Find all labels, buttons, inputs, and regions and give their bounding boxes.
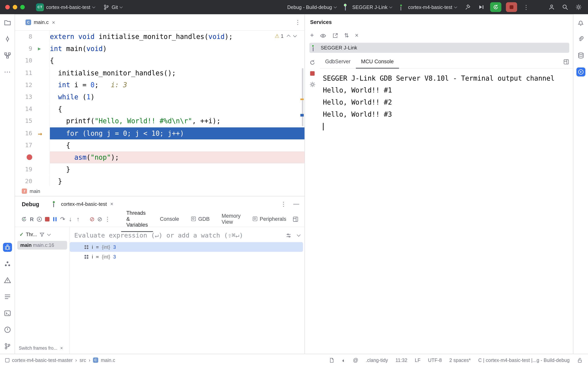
tab-gdbserver[interactable]: GdbServer — [320, 55, 356, 68]
git-tool-button[interactable] — [3, 342, 12, 351]
stop-debug-button[interactable] — [43, 214, 51, 224]
problems-tool-button[interactable] — [3, 276, 12, 285]
debug-tool-button[interactable] — [3, 243, 12, 252]
step-into-button[interactable]: ↓ — [66, 214, 74, 224]
gutter[interactable]: 11 — [15, 67, 50, 79]
stop-server-icon[interactable] — [310, 71, 315, 76]
file-status-button[interactable] — [329, 357, 334, 363]
status-widget[interactable]: .clang-tidy — [366, 357, 388, 363]
code-text[interactable]: { — [50, 139, 304, 151]
filter-icon[interactable] — [39, 232, 44, 237]
resume-button[interactable] — [36, 214, 43, 224]
eye-icon[interactable] — [320, 32, 326, 39]
code-text[interactable]: } — [50, 175, 304, 186]
close-banner-icon[interactable]: × — [60, 346, 63, 351]
status-widget[interactable]: 11:32 — [395, 357, 407, 363]
execution-stripe-mark[interactable] — [301, 114, 304, 116]
status-crumb-src[interactable]: src — [79, 357, 86, 363]
reader-mode-button[interactable]: ◐ — [342, 357, 345, 363]
status-widget[interactable]: 2 spaces* — [449, 357, 471, 363]
evaluate-expression-input[interactable]: Evaluate expression (↵) or add a watch (… — [70, 229, 304, 242]
editor-scrollbar[interactable] — [302, 68, 303, 126]
watch-row[interactable]: i={int}3 — [70, 242, 303, 252]
project-widget[interactable]: CT cortex-m4-basic-test — [33, 2, 98, 13]
mute-breakpoints-button[interactable]: ⊘ — [88, 214, 96, 224]
run-configuration-widget[interactable]: Debug - Build-debug — [284, 3, 339, 11]
close-window-button[interactable] — [5, 5, 10, 9]
code-line[interactable]: 17 { — [15, 139, 304, 151]
account-button[interactable] — [546, 2, 557, 12]
database-button[interactable] — [576, 51, 585, 60]
status-project[interactable]: cortex-m4-basic-test-master — [12, 357, 73, 363]
gutter[interactable]: 16→ — [15, 127, 50, 139]
code-text[interactable]: } — [50, 163, 304, 175]
code-line[interactable]: 11 initialise_monitor_handles(); — [15, 67, 304, 79]
layout-settings-button[interactable] — [292, 214, 299, 224]
code-line[interactable]: 16→ for (long j = 0; j < 10; j++) — [15, 127, 304, 139]
warning-stripe-mark[interactable] — [301, 99, 304, 100]
resume-program-button[interactable] — [476, 2, 487, 12]
code-line[interactable]: 14 { — [15, 103, 304, 115]
code-line[interactable]: 15 printf("Hello, World!! #%d\n\r", ++i)… — [15, 115, 304, 127]
debug-more-button[interactable]: ⋮ — [104, 214, 111, 224]
settings-button[interactable] — [573, 2, 584, 12]
refresh-icon[interactable] — [309, 60, 315, 66]
stack-frame-item[interactable]: main main.c:16 — [17, 241, 67, 250]
sort-icon[interactable]: ⇅ — [344, 32, 349, 39]
next-problem-icon[interactable] — [293, 33, 297, 37]
inspections-tool-button[interactable] — [3, 325, 12, 334]
threads-filter[interactable]: ✓ Thr... — [15, 229, 69, 239]
tab-memory-view[interactable]: Memory View — [217, 209, 246, 229]
maximize-window-button[interactable] — [20, 5, 25, 9]
code-editor[interactable]: 8extern void initialise_monitor_handles(… — [15, 31, 304, 186]
stop-button[interactable] — [506, 2, 517, 12]
pause-button[interactable] — [51, 214, 59, 224]
gutter[interactable]: 13 — [15, 91, 50, 103]
editor-tab-main-c[interactable]: C main.c × — [22, 17, 59, 28]
code-line[interactable]: 19 } — [15, 163, 304, 175]
gear-icon[interactable] — [309, 81, 316, 88]
rerun-debug-button[interactable] — [490, 2, 502, 12]
collapse-icon[interactable]: × — [355, 32, 358, 39]
gutter[interactable]: 8 — [15, 31, 50, 43]
services-tool-button[interactable] — [576, 67, 585, 76]
breakpoint-icon[interactable] — [27, 154, 32, 160]
build-button[interactable] — [462, 2, 473, 12]
search-everywhere-button[interactable] — [560, 2, 571, 12]
watch-options-icon[interactable] — [286, 232, 292, 238]
commit-tool-button[interactable] — [3, 34, 12, 43]
code-line[interactable]: 9▶int main(void) — [15, 43, 304, 55]
code-line[interactable]: 10{ — [15, 55, 304, 67]
close-tab-icon[interactable]: × — [52, 19, 55, 25]
run-gutter-icon[interactable]: ▶ — [32, 43, 50, 55]
notifications-button[interactable] — [576, 18, 585, 27]
step-over-button[interactable]: ↷ — [59, 214, 67, 224]
code-text[interactable]: printf("Hello, World!! #%d\n\r", ++i); — [50, 115, 304, 127]
code-text[interactable]: int i = 0; i: 3 — [50, 79, 304, 91]
code-line[interactable]: 12 int i = 0; i: 3 — [15, 79, 304, 91]
gutter[interactable] — [15, 151, 50, 163]
chevron-down-icon[interactable] — [47, 232, 51, 236]
close-session-icon[interactable]: × — [110, 201, 113, 207]
debug-session-tab[interactable]: cortex-m4-basic-test × — [53, 201, 113, 207]
chevron-down-icon[interactable] — [297, 233, 301, 236]
project-tool-button[interactable] — [3, 18, 12, 27]
view-breakpoints-button[interactable]: ⊘ — [96, 214, 104, 224]
profiler-tool-button[interactable] — [3, 259, 12, 268]
more-tool-windows-button[interactable]: ⋯ — [3, 67, 12, 76]
code-text[interactable]: { — [50, 55, 304, 67]
gutter[interactable]: 17 — [15, 139, 50, 151]
gutter[interactable]: 14 — [15, 103, 50, 115]
previous-problem-icon[interactable] — [287, 35, 291, 38]
lock-button[interactable] — [577, 357, 583, 363]
hide-tool-window-icon[interactable]: — — [293, 200, 299, 207]
service-tree-item-jlink[interactable]: SEGGER J-Link — [309, 43, 569, 53]
git-widget[interactable]: Git — [100, 2, 125, 12]
layout-settings-button[interactable] — [563, 59, 569, 65]
tab-peripherals[interactable]: Peripherals — [247, 212, 292, 226]
minimize-window-button[interactable] — [13, 5, 17, 9]
gutter[interactable]: 12 — [15, 79, 50, 91]
gutter[interactable]: 10 — [15, 55, 50, 67]
open-in-new-icon[interactable] — [332, 32, 338, 38]
code-text[interactable]: asm("nop"); — [50, 151, 304, 163]
